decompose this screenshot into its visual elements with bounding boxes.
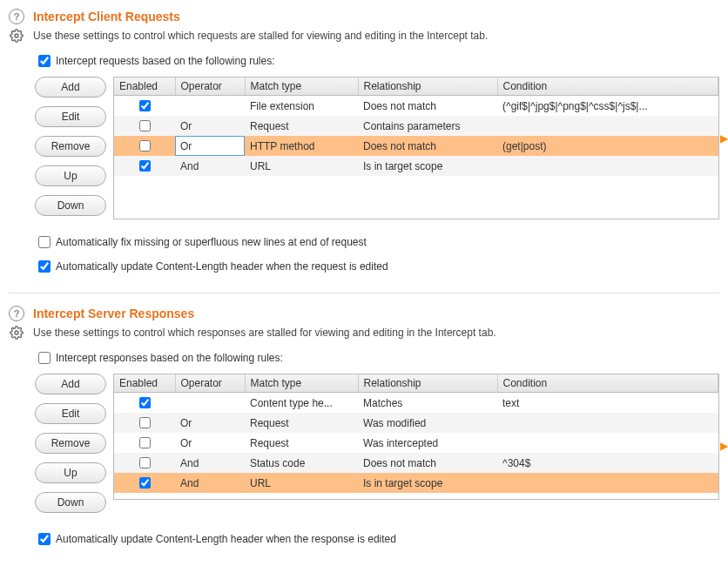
cell-relationship[interactable]: Is in target scope bbox=[358, 156, 497, 176]
edit-button[interactable]: Edit bbox=[35, 106, 106, 127]
auto-update-content-length-req-checkbox[interactable] bbox=[38, 260, 51, 273]
cell-enabled[interactable] bbox=[114, 116, 175, 136]
intercept-requests-checkbox[interactable] bbox=[38, 55, 51, 67]
overflow-arrow-icon[interactable]: ▶ bbox=[720, 132, 728, 145]
cell-matchtype[interactable]: Request bbox=[245, 433, 358, 453]
intercept-responses-checkbox[interactable] bbox=[38, 352, 51, 364]
cell-condition[interactable] bbox=[497, 473, 718, 493]
table-row[interactable]: Content type he...Matchestext bbox=[114, 393, 718, 414]
col-matchtype[interactable]: Match type bbox=[245, 374, 358, 393]
add-button[interactable]: Add bbox=[35, 374, 106, 394]
cell-relationship[interactable]: Contains parameters bbox=[358, 116, 497, 136]
auto-update-content-length-resp-checkbox[interactable] bbox=[38, 533, 51, 545]
table-row[interactable]: OrRequestContains parameters bbox=[114, 116, 718, 136]
cell-matchtype[interactable]: Request bbox=[245, 116, 358, 136]
responses-table[interactable]: Enabled Operator Match type Relationship… bbox=[113, 374, 719, 500]
cell-matchtype[interactable]: Status code bbox=[245, 453, 358, 473]
cell-relationship[interactable]: Was intercepted bbox=[358, 433, 497, 453]
cell-matchtype[interactable]: URL bbox=[245, 156, 358, 176]
cell-matchtype[interactable]: File extension bbox=[245, 96, 358, 117]
col-matchtype[interactable]: Match type bbox=[245, 78, 358, 96]
table-row[interactable]: File extensionDoes not match(^gif$|^jpg$… bbox=[114, 96, 718, 117]
cell-relationship[interactable]: Matches bbox=[358, 393, 497, 414]
table-row[interactable]: OrRequestWas intercepted bbox=[114, 433, 718, 453]
cell-operator[interactable] bbox=[175, 393, 245, 414]
col-relationship[interactable]: Relationship bbox=[358, 78, 497, 96]
up-button[interactable]: Up bbox=[35, 165, 106, 186]
edit-button[interactable]: Edit bbox=[35, 403, 106, 424]
enabled-checkbox[interactable] bbox=[139, 160, 151, 172]
requests-table[interactable]: Enabled Operator Match type Relationship… bbox=[113, 77, 719, 219]
cell-operator[interactable]: And bbox=[175, 453, 245, 473]
enabled-checkbox[interactable] bbox=[139, 140, 151, 152]
table-row[interactable]: AndStatus codeDoes not match^304$ bbox=[114, 453, 718, 473]
cell-operator[interactable] bbox=[175, 96, 245, 117]
cell-relationship[interactable]: Does not match bbox=[358, 96, 497, 117]
cell-condition[interactable] bbox=[497, 413, 718, 433]
col-enabled[interactable]: Enabled bbox=[114, 78, 175, 96]
cell-operator[interactable]: And bbox=[175, 156, 245, 176]
cell-matchtype[interactable]: Request bbox=[245, 413, 358, 433]
enabled-checkbox[interactable] bbox=[139, 457, 151, 469]
cell-matchtype[interactable]: HTTP method bbox=[245, 136, 358, 156]
table-row[interactable]: AndURLIs in target scope bbox=[114, 473, 718, 493]
intercept-requests-checkbox-label[interactable]: Intercept requests based on the followin… bbox=[56, 55, 274, 67]
enabled-checkbox[interactable] bbox=[139, 100, 151, 111]
auto-update-content-length-req-label[interactable]: Automatically update Content-Length head… bbox=[56, 260, 388, 273]
cell-relationship[interactable]: Does not match bbox=[358, 453, 497, 473]
enabled-checkbox[interactable] bbox=[139, 397, 151, 408]
enabled-checkbox[interactable] bbox=[139, 120, 151, 131]
col-enabled[interactable]: Enabled bbox=[114, 374, 175, 393]
auto-update-content-length-resp-label[interactable]: Automatically update Content-Length head… bbox=[56, 533, 396, 545]
col-condition[interactable]: Condition bbox=[497, 78, 718, 96]
up-button[interactable]: Up bbox=[35, 462, 106, 483]
cell-condition[interactable]: (^gif$|^jpg$|^png$|^css$|^js$|... bbox=[497, 96, 718, 117]
cell-condition[interactable] bbox=[497, 156, 718, 176]
enabled-checkbox[interactable] bbox=[139, 477, 151, 489]
cell-operator[interactable]: Or bbox=[175, 433, 245, 453]
cell-enabled[interactable] bbox=[114, 393, 175, 414]
cell-operator[interactable]: Or bbox=[175, 413, 245, 433]
cell-relationship[interactable]: Was modified bbox=[358, 413, 497, 433]
col-operator[interactable]: Operator bbox=[175, 78, 245, 96]
cell-operator[interactable]: And bbox=[175, 473, 245, 493]
auto-fix-newlines-label[interactable]: Automatically fix missing or superfluous… bbox=[56, 236, 367, 248]
cell-enabled[interactable] bbox=[114, 473, 175, 493]
cell-enabled[interactable] bbox=[114, 136, 175, 156]
remove-button[interactable]: Remove bbox=[35, 433, 106, 454]
cell-operator[interactable]: Or bbox=[175, 136, 245, 156]
cell-condition[interactable]: ^304$ bbox=[497, 453, 718, 473]
cell-condition[interactable] bbox=[497, 433, 718, 453]
enabled-checkbox[interactable] bbox=[139, 437, 151, 448]
cell-condition[interactable]: (get|post) bbox=[497, 136, 718, 156]
cell-relationship[interactable]: Does not match bbox=[358, 136, 497, 156]
auto-fix-newlines-checkbox[interactable] bbox=[38, 236, 51, 248]
gear-icon[interactable] bbox=[9, 28, 24, 44]
cell-matchtype[interactable]: URL bbox=[245, 473, 358, 493]
col-relationship[interactable]: Relationship bbox=[358, 374, 497, 393]
overflow-arrow-icon[interactable]: ▶ bbox=[720, 440, 728, 452]
down-button[interactable]: Down bbox=[35, 195, 106, 216]
col-operator[interactable]: Operator bbox=[175, 374, 245, 393]
cell-condition[interactable] bbox=[497, 116, 718, 136]
add-button[interactable]: Add bbox=[35, 77, 106, 98]
table-row[interactable]: OrRequestWas modified bbox=[114, 413, 718, 433]
table-row[interactable]: AndURLIs in target scope bbox=[114, 156, 718, 176]
intercept-responses-checkbox-label[interactable]: Intercept responses based on the followi… bbox=[56, 352, 283, 364]
enabled-checkbox[interactable] bbox=[139, 417, 151, 428]
remove-button[interactable]: Remove bbox=[35, 136, 106, 157]
cell-enabled[interactable] bbox=[114, 413, 175, 433]
down-button[interactable]: Down bbox=[35, 492, 106, 513]
gear-icon[interactable] bbox=[9, 325, 24, 340]
col-condition[interactable]: Condition bbox=[497, 374, 718, 393]
cell-enabled[interactable] bbox=[114, 96, 175, 117]
cell-operator[interactable]: Or bbox=[175, 116, 245, 136]
cell-enabled[interactable] bbox=[114, 156, 175, 176]
table-row[interactable]: OrHTTP methodDoes not match(get|post) bbox=[114, 136, 718, 156]
cell-enabled[interactable] bbox=[114, 453, 175, 473]
help-icon[interactable]: ? bbox=[9, 9, 24, 24]
cell-relationship[interactable]: Is in target scope bbox=[358, 473, 497, 493]
cell-enabled[interactable] bbox=[114, 433, 175, 453]
cell-condition[interactable]: text bbox=[497, 393, 718, 414]
help-icon[interactable]: ? bbox=[9, 306, 24, 321]
